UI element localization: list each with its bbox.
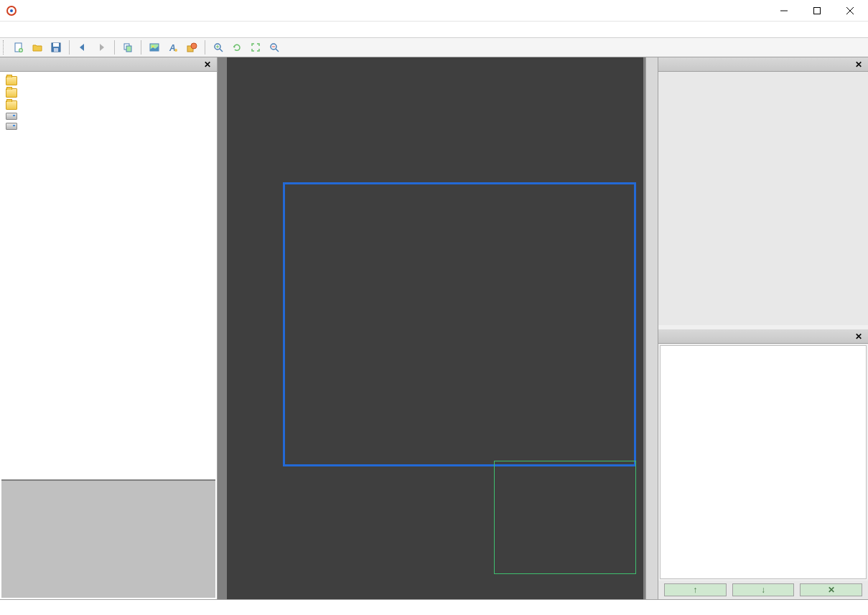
svg-rect-14: [126, 46, 131, 52]
tree-item-drive-e[interactable]: [0, 121, 217, 131]
refresh-button[interactable]: [228, 39, 246, 55]
canvas-viewport[interactable]: [218, 57, 645, 599]
insert-image-button[interactable]: [146, 39, 163, 55]
toolbar-separator: [69, 40, 70, 55]
folder-icon: [6, 76, 17, 85]
svg-point-18: [174, 49, 177, 52]
window-controls: [767, 0, 867, 22]
toolbar-separator: [114, 40, 115, 55]
copy-button[interactable]: [119, 39, 136, 55]
zoom-in-button[interactable]: [210, 39, 227, 55]
svg-rect-11: [53, 43, 59, 47]
minimize-button[interactable]: [767, 0, 801, 22]
maximize-button[interactable]: [801, 0, 834, 22]
canvas-area: [218, 57, 658, 599]
image-browser-close-icon[interactable]: ✕: [201, 60, 214, 70]
folder-icon: [6, 100, 17, 110]
svg-text:A: A: [169, 43, 176, 53]
svg-point-1: [10, 9, 13, 12]
right-panel: ✕ ✕ ↑ ↓ ✕: [658, 57, 868, 599]
app-icon: [6, 5, 17, 17]
element-settings-close-icon[interactable]: ✕: [852, 60, 865, 70]
new-file-button[interactable]: [10, 39, 27, 55]
save-button[interactable]: [47, 39, 65, 55]
svg-line-26: [276, 49, 279, 52]
forward-button[interactable]: [93, 39, 110, 55]
element-rectangle[interactable]: [494, 461, 636, 574]
drive-icon: [6, 113, 17, 120]
canvas-background[interactable]: [227, 57, 643, 599]
menu-insert[interactable]: [26, 28, 37, 31]
move-up-button[interactable]: ↑: [664, 583, 727, 596]
menu-edit[interactable]: [14, 28, 26, 31]
svg-line-22: [220, 49, 223, 52]
zoom-out-button[interactable]: [266, 39, 283, 55]
menubar: [0, 22, 868, 37]
menu-file[interactable]: [3, 28, 14, 31]
image-browser-header: ✕: [0, 57, 217, 72]
menu-help[interactable]: [49, 28, 60, 31]
open-file-button[interactable]: [29, 39, 46, 55]
scene-elements-close-icon[interactable]: ✕: [852, 332, 865, 342]
insert-shape-button[interactable]: [183, 39, 200, 55]
svg-point-20: [191, 43, 197, 49]
move-down-button[interactable]: ↓: [732, 583, 795, 596]
scene-elements-controls: ↑ ↓ ✕: [658, 581, 868, 599]
tree-item-pictures[interactable]: [0, 87, 217, 99]
back-button[interactable]: [74, 39, 91, 55]
delete-element-button[interactable]: ✕: [800, 583, 862, 596]
tree-item-home[interactable]: [0, 99, 217, 111]
vertical-scrollbar[interactable]: [645, 57, 658, 599]
titlebar: [0, 0, 868, 22]
element-settings-body: [658, 72, 868, 325]
close-button[interactable]: [834, 0, 867, 22]
toolbar-grip: [3, 40, 6, 55]
statusbar: [0, 599, 868, 615]
svg-rect-3: [814, 7, 821, 14]
element-settings-header: ✕: [658, 57, 868, 72]
drive-icon: [6, 123, 17, 130]
selection-rectangle[interactable]: [283, 182, 636, 466]
scene-elements-header: ✕: [658, 329, 868, 344]
tree-item-drive-c[interactable]: [0, 111, 217, 121]
image-browser-tree[interactable]: [0, 72, 217, 478]
main-area: ✕: [0, 57, 868, 599]
toolbar-separator: [141, 40, 141, 55]
insert-text-button[interactable]: A: [164, 39, 182, 55]
folder-icon: [6, 88, 17, 98]
menu-view[interactable]: [37, 28, 49, 31]
tree-item-desktop[interactable]: [0, 75, 217, 87]
scene-elements-list[interactable]: [660, 345, 867, 579]
fit-button[interactable]: [247, 39, 264, 55]
toolbar-separator: [205, 40, 205, 55]
toolbar: A: [0, 37, 868, 57]
image-browser-panel: ✕: [0, 57, 218, 599]
svg-rect-12: [54, 48, 58, 52]
image-preview-box: [1, 479, 215, 598]
